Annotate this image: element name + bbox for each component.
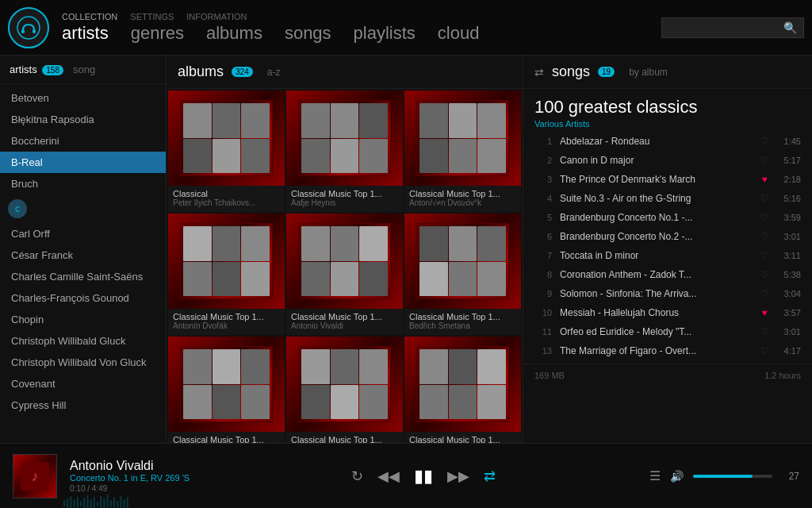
list-item[interactable]: B-Real — [0, 152, 166, 173]
nav-albums[interactable]: albums — [206, 23, 262, 44]
song-number: 13 — [534, 346, 552, 356]
album-thumb — [404, 90, 521, 186]
shuffle-icon[interactable]: ⇄ — [534, 66, 544, 79]
nav-settings[interactable]: SETTINGS — [130, 12, 174, 21]
list-item[interactable]: Charles-François Gounod — [0, 287, 166, 309]
nav-genres[interactable]: genres — [131, 23, 184, 44]
list-item[interactable]: Bruch — [0, 173, 166, 194]
song-row[interactable]: 5 Brandenburg Concerto No.1 -... ♡ 3:59 — [528, 208, 807, 227]
song-name: Coronation Anthem - Zadok T... — [560, 269, 756, 280]
album-item[interactable]: Classical Music Top 1... Aafje Heynis — [286, 90, 403, 212]
song-heart-icon[interactable]: ♡ — [756, 212, 772, 223]
song-heart-icon[interactable]: ♡ — [756, 326, 772, 337]
album-thumb — [168, 90, 285, 186]
tab-song[interactable]: song — [73, 64, 95, 75]
song-duration: 5:38 — [772, 270, 801, 279]
song-row[interactable]: 8 Coronation Anthem - Zadok T... ♡ 5:38 — [528, 265, 807, 284]
album-item[interactable]: Classical Music Top 1... Antonín Dvořák — [168, 214, 285, 335]
list-item[interactable]: Cypress Hill — [0, 394, 166, 416]
song-heart-icon[interactable]: ♡ — [756, 288, 772, 299]
song-heart-icon[interactable]: ♡ — [756, 231, 772, 242]
equalizer-icon[interactable]: ☰ — [649, 468, 661, 483]
song-name: Suite No.3 - Air on the G-String — [560, 193, 756, 204]
song-list: 1 Abdelazar - Rondeau ♡ 1:45 2 Canon in … — [523, 132, 812, 360]
list-item[interactable]: Błękitna Rapsodia — [0, 109, 166, 130]
songs-footer: 169 MB 1.2 hours — [523, 364, 812, 387]
song-name: The Prince Of Denmark's March — [560, 174, 756, 185]
nav-songs[interactable]: songs — [285, 23, 331, 44]
list-item[interactable]: Christoph Willibald Von Gluck — [0, 352, 166, 373]
list-item[interactable]: Charles Camille Saint-Saëns — [0, 266, 166, 287]
section-divider-c: c — [0, 194, 166, 223]
song-row[interactable]: 1 Abdelazar - Rondeau ♡ 1:45 — [528, 132, 807, 151]
songs-size: 169 MB — [534, 371, 565, 380]
album-item[interactable]: Classical Music Top 1... Antonio Vivaldi — [286, 214, 403, 335]
song-row[interactable]: 13 The Marriage of Figaro - Overt... ♡ 4… — [528, 341, 807, 360]
albums-sort[interactable]: a-z — [267, 67, 281, 78]
song-row[interactable]: 3 The Prince Of Denmark's March ♥ 2:18 — [528, 170, 807, 189]
album-item[interactable]: Classical Music Top 1... Charles Camille… — [404, 337, 521, 443]
album-item[interactable]: Classical Peter Ilyich Tchaikovs... — [168, 90, 285, 212]
albums-title: albums — [178, 64, 224, 80]
song-heart-icon[interactable]: ♡ — [756, 136, 772, 147]
volume-icon[interactable]: 🔊 — [670, 470, 684, 483]
song-row[interactable]: 6 Brandenburg Concerto No.2 -... ♡ 3:01 — [528, 227, 807, 246]
album-item[interactable]: Classical Music Top 1... Beethoven — [168, 337, 285, 443]
repeat-button[interactable]: ↻ — [351, 468, 363, 485]
album-thumb — [286, 90, 403, 186]
song-row[interactable]: 7 Toccata in D minor ♡ 3:11 — [528, 246, 807, 265]
song-number: 10 — [534, 308, 552, 318]
song-row[interactable]: 9 Solomon - Sinfonia: The Arriva... ♡ 3:… — [528, 284, 807, 303]
song-row[interactable]: 10 Messiah - Hallelujah Chorus ♥ 3:57 — [528, 303, 807, 322]
svg-point-0 — [17, 17, 40, 39]
tab-artists[interactable]: artists 158 — [10, 64, 63, 75]
song-duration: 3:57 — [772, 308, 801, 318]
album-item[interactable]: Classical Music Top 1... Anton/√≠n Dvo≥ö… — [404, 90, 521, 212]
play-pause-button[interactable]: ▮▮ — [414, 466, 433, 487]
nav-sub: COLLECTION SETTINGS INFORMATION — [62, 12, 479, 21]
shuffle-button[interactable]: ⇄ — [484, 468, 496, 485]
song-heart-icon[interactable]: ♥ — [756, 307, 772, 318]
song-name: Solomon - Sinfonia: The Arriva... — [560, 288, 756, 299]
nav-collection[interactable]: COLLECTION — [62, 12, 117, 21]
list-item[interactable]: Christoph Willibald Gluck — [0, 330, 166, 352]
list-item[interactable]: Covenant — [0, 373, 166, 394]
nav-playlists[interactable]: playlists — [354, 23, 416, 44]
nav-main: artists genres albums songs playlists cl… — [62, 23, 479, 44]
album-title-section: 100 greatest classics Various Artists — [523, 89, 812, 132]
song-heart-icon[interactable]: ♡ — [756, 250, 772, 261]
album-item[interactable]: Classical Music Top 1... Bedřich Smetana — [404, 214, 521, 335]
song-row[interactable]: 4 Suite No.3 - Air on the G-String ♡ 5:1… — [528, 189, 807, 208]
player-controls: ↻ ◀◀ ▮▮ ▶▶ ⇄ — [209, 466, 637, 487]
list-item[interactable]: Boccherini — [0, 130, 166, 152]
list-item[interactable]: Carl Orff — [0, 223, 166, 244]
song-name: Messiah - Hallelujah Chorus — [560, 307, 756, 318]
song-heart-icon[interactable]: ♡ — [756, 345, 772, 356]
svg-rect-2 — [33, 29, 36, 33]
nav-cloud[interactable]: cloud — [438, 23, 480, 44]
song-duration: 5:16 — [772, 194, 801, 203]
player-art: ♪ — [13, 454, 57, 498]
album-item[interactable]: Classical Music Top 1... Carl Orff — [286, 337, 403, 443]
by-album-button[interactable]: by album — [629, 67, 668, 78]
prev-button[interactable]: ◀◀ — [377, 468, 400, 485]
list-item[interactable]: Chopin — [0, 309, 166, 330]
song-row[interactable]: 2 Canon in D major ♡ 5:17 — [528, 151, 807, 170]
song-heart-icon[interactable]: ♡ — [756, 193, 772, 204]
song-heart-icon[interactable]: ♥ — [756, 174, 772, 185]
next-button[interactable]: ▶▶ — [447, 468, 469, 485]
album-thumb — [404, 337, 521, 432]
nav-information[interactable]: INFORMATION — [186, 12, 247, 21]
volume-slider[interactable] — [693, 475, 772, 478]
song-heart-icon[interactable]: ♡ — [756, 269, 772, 280]
search-input[interactable] — [668, 22, 783, 33]
artist-list: Betoven Błękitna Rapsodia Boccherini B-R… — [0, 84, 166, 419]
list-item[interactable]: César Franck — [0, 244, 166, 266]
list-item[interactable]: Betoven — [0, 87, 166, 109]
search-box[interactable]: 🔍 — [661, 17, 804, 38]
song-heart-icon[interactable]: ♡ — [756, 155, 772, 166]
album-title: 100 greatest classics — [534, 97, 801, 117]
song-duration: 2:18 — [772, 175, 801, 184]
song-row[interactable]: 11 Orfeo ed Euridice - Melody "T... ♡ 3:… — [528, 322, 807, 341]
nav-artists[interactable]: artists — [62, 23, 109, 44]
